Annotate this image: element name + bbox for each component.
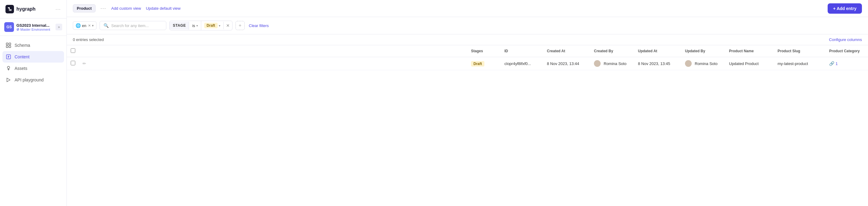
sidebar-item-label-api: API playground [14,78,44,82]
row-checkbox[interactable] [71,61,75,65]
sidebar: hygraph ··· GS GS2023 Internal... Master… [0,0,67,206]
product-category-value: 1 [836,61,838,66]
svg-rect-0 [6,43,8,45]
svg-rect-2 [6,46,8,48]
row-stage-cell: Draft [467,57,501,70]
table-area: 0 entries selected Configure columns Sta… [67,34,868,206]
productslug-column-header[interactable]: Product Slug [774,45,826,57]
topbar-dots-button[interactable]: ··· [100,6,106,11]
link-icon: 🔗 [829,61,834,66]
assets-icon [5,65,11,71]
logo-dots-button[interactable]: ··· [56,7,61,11]
stage-operator-chevron: ▾ [196,24,198,27]
svg-rect-1 [9,43,11,45]
stage-value-button[interactable]: Draft ▾ [201,21,223,30]
entries-count: 0 entries selected [73,37,104,42]
workspace-name: GS2023 Internal... [17,23,53,28]
select-all-checkbox[interactable] [71,48,75,53]
table-body: ✏ Draft clopr4yf8lfxf0... 8 Nov 2023, 13… [67,57,868,70]
row-edit-cell[interactable]: ✏ [79,57,467,70]
stages-column-header[interactable]: Stages [467,45,501,57]
select-all-header[interactable] [67,45,79,57]
sidebar-logo: hygraph ··· [0,0,66,19]
row-productname-cell: Updated Product [725,57,774,70]
row-checkbox-cell[interactable] [67,57,79,70]
edit-icon[interactable]: ✏ [83,61,86,66]
stage-draft-badge: Draft [204,23,218,28]
main-content: Product ··· Add custom view Update defau… [67,0,868,206]
svg-rect-3 [9,46,11,48]
sidebar-item-label-content: Content [14,54,29,59]
updatedby-column-header[interactable]: Updated By [681,45,725,57]
empty-actions-header [79,45,467,57]
row-createdby-cell: Romina Soto [590,57,634,70]
updated-by-name: Romina Soto [695,61,717,66]
product-tab[interactable]: Product [73,4,96,12]
sidebar-item-assets[interactable]: Assets [2,63,64,74]
svg-marker-6 [7,78,10,82]
row-updatedby-cell: Romina Soto [681,57,725,70]
sidebar-item-api-playground[interactable]: API playground [2,74,64,86]
row-id-cell: clopr4yf8lfxf0... [501,57,543,70]
created-by-name: Romina Soto [603,61,626,66]
stage-value-chevron: ▾ [219,24,220,27]
configure-columns-button[interactable]: Configure columns [829,37,862,42]
workspace-info: GS2023 Internal... Master Environment [17,23,53,31]
row-productslug-cell: my-latest-product [774,57,826,70]
translate-icon: 🌐 [75,23,81,28]
workspace-section: GS GS2023 Internal... Master Environment… [0,19,66,36]
svg-point-5 [7,66,10,69]
productname-column-header[interactable]: Product Name [725,45,774,57]
lang-code: en [82,23,86,28]
table-row: ✏ Draft clopr4yf8lfxf0... 8 Nov 2023, 13… [67,57,868,70]
filterbar: 🌐 en ✕ ▾ 🔍 Search for any item... STAGE … [67,17,868,34]
workspace-avatar: GS [4,22,14,32]
api-icon [5,77,11,83]
row-createdat-cell: 8 Nov 2023, 13:44 [543,57,590,70]
topbar: Product ··· Add custom view Update defau… [67,0,868,17]
nav-items: Schema Content Assets [0,36,66,206]
search-box[interactable]: 🔍 Search for any item... [99,21,166,30]
table-header: Stages ID Created At Created By Updated … [67,45,868,57]
sidebar-item-schema[interactable]: Schema [2,39,64,51]
createdby-column-header[interactable]: Created By [590,45,634,57]
sidebar-item-label-assets: Assets [14,66,27,71]
workspace-expand-button[interactable]: » [56,24,62,30]
logo-mark [5,5,14,13]
stage-operator-button[interactable]: is ▾ [189,22,200,30]
stage-operator-text: is [192,23,195,28]
stage-label: STAGE [169,22,189,29]
add-filter-button[interactable]: + [236,21,245,30]
stage-clear-button[interactable]: ✕ [223,22,232,29]
stage-filter: STAGE is ▾ Draft ▾ ✕ [169,21,232,30]
workspace-env-label: Master Environment [20,28,50,31]
row-updatedat-cell: 8 Nov 2023, 13:45 [634,57,681,70]
lang-clear-button[interactable]: ✕ [88,24,91,28]
search-icon: 🔍 [103,23,108,28]
update-default-view-link[interactable]: Update default view [146,6,181,11]
stage-badge: Draft [471,61,485,66]
logo-text: hygraph [17,6,35,12]
workspace-env: Master Environment [17,28,53,31]
content-table: Stages ID Created At Created By Updated … [67,45,868,70]
language-filter[interactable]: 🌐 en ✕ ▾ [73,21,96,30]
productcategory-column-header[interactable]: Product Category [826,45,868,57]
content-icon [5,54,11,60]
sidebar-item-content[interactable]: Content [2,51,64,63]
table-meta: 0 entries selected Configure columns [67,34,868,45]
id-column-header[interactable]: ID [501,45,543,57]
row-productcategory-cell[interactable]: 🔗 1 [826,57,868,70]
env-icon [17,28,20,31]
sidebar-item-label-schema: Schema [14,43,30,48]
lang-chevron-icon: ▾ [92,24,94,28]
schema-icon [5,42,11,48]
clear-filters-link[interactable]: Clear filters [249,23,269,28]
add-custom-view-link[interactable]: Add custom view [111,6,141,11]
add-entry-button[interactable]: + Add entry [828,3,862,14]
updatedat-column-header[interactable]: Updated At [634,45,681,57]
search-input[interactable]: Search for any item... [111,23,149,28]
createdat-column-header[interactable]: Created At [543,45,590,57]
